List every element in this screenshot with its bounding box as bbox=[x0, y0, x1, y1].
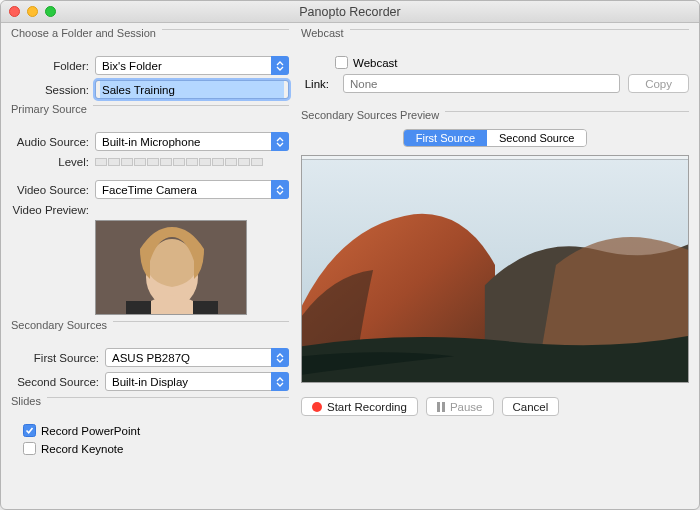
folder-session-legend: Choose a Folder and Session bbox=[11, 27, 162, 39]
second-source-select[interactable] bbox=[105, 372, 289, 391]
session-label: Session: bbox=[11, 84, 95, 96]
primary-source-group: Primary Source Audio Source: Level: bbox=[11, 105, 289, 315]
primary-source-legend: Primary Source bbox=[11, 103, 93, 115]
folder-session-group: Choose a Folder and Session Folder: Sess… bbox=[11, 29, 289, 99]
cancel-button[interactable]: Cancel bbox=[502, 397, 560, 416]
audio-source-label: Audio Source: bbox=[11, 136, 95, 148]
slides-legend: Slides bbox=[11, 395, 47, 407]
audio-level-meter bbox=[95, 158, 263, 166]
folder-select-value[interactable] bbox=[95, 56, 289, 75]
record-powerpoint-checkbox[interactable] bbox=[23, 424, 36, 437]
webcast-legend: Webcast bbox=[301, 27, 350, 39]
svg-rect-3 bbox=[302, 156, 688, 159]
secondary-preview-legend: Secondary Sources Preview bbox=[301, 109, 445, 121]
first-source-value[interactable] bbox=[105, 348, 289, 367]
start-recording-button[interactable]: Start Recording bbox=[301, 397, 418, 416]
secondary-preview-group: Secondary Sources Preview First Source S… bbox=[301, 111, 689, 383]
close-icon[interactable] bbox=[9, 6, 20, 17]
record-keynote-label: Record Keynote bbox=[41, 443, 123, 455]
video-source-value[interactable] bbox=[95, 180, 289, 199]
first-source-label: First Source: bbox=[11, 352, 105, 364]
app-window: Panopto Recorder Choose a Folder and Ses… bbox=[0, 0, 700, 510]
video-preview-label: Video Preview: bbox=[11, 204, 95, 216]
video-preview bbox=[95, 220, 247, 315]
first-source-select[interactable] bbox=[105, 348, 289, 367]
window-title: Panopto Recorder bbox=[1, 5, 699, 19]
titlebar: Panopto Recorder bbox=[1, 1, 699, 23]
pause-button[interactable]: Pause bbox=[426, 397, 494, 416]
chevron-updown-icon bbox=[271, 56, 289, 75]
session-input[interactable] bbox=[95, 80, 289, 99]
record-keynote-checkbox[interactable] bbox=[23, 442, 36, 455]
folder-label: Folder: bbox=[11, 60, 95, 72]
minimize-icon[interactable] bbox=[27, 6, 38, 17]
webcast-checkbox-label: Webcast bbox=[353, 57, 398, 69]
start-recording-label: Start Recording bbox=[327, 401, 407, 413]
secondary-preview-image bbox=[301, 155, 689, 383]
webcast-checkbox[interactable] bbox=[335, 56, 348, 69]
link-input[interactable] bbox=[343, 74, 620, 93]
button-bar: Start Recording Pause Cancel bbox=[301, 397, 689, 416]
tab-second-source[interactable]: Second Source bbox=[487, 130, 586, 146]
traffic-lights bbox=[9, 6, 56, 17]
webcast-group: Webcast Webcast Link: Copy bbox=[301, 29, 689, 93]
secondary-sources-legend: Secondary Sources bbox=[11, 319, 113, 331]
second-source-value[interactable] bbox=[105, 372, 289, 391]
pause-icon bbox=[437, 402, 445, 412]
preview-tabs: First Source Second Source bbox=[403, 129, 588, 147]
level-label: Level: bbox=[11, 156, 95, 168]
tab-first-source[interactable]: First Source bbox=[404, 130, 487, 146]
chevron-updown-icon bbox=[271, 132, 289, 151]
video-source-label: Video Source: bbox=[11, 184, 95, 196]
link-label: Link: bbox=[301, 78, 335, 90]
folder-select[interactable] bbox=[95, 56, 289, 75]
chevron-updown-icon bbox=[271, 348, 289, 367]
slides-group: Slides Record PowerPoint Record Keynote bbox=[11, 397, 289, 455]
secondary-sources-group: Secondary Sources First Source: Second S… bbox=[11, 321, 289, 391]
audio-source-value[interactable] bbox=[95, 132, 289, 151]
maximize-icon[interactable] bbox=[45, 6, 56, 17]
record-icon bbox=[312, 402, 322, 412]
record-powerpoint-label: Record PowerPoint bbox=[41, 425, 140, 437]
copy-button[interactable]: Copy bbox=[628, 74, 689, 93]
video-source-select[interactable] bbox=[95, 180, 289, 199]
pause-label: Pause bbox=[450, 401, 483, 413]
chevron-updown-icon bbox=[271, 372, 289, 391]
chevron-updown-icon bbox=[271, 180, 289, 199]
audio-source-select[interactable] bbox=[95, 132, 289, 151]
second-source-label: Second Source: bbox=[11, 376, 105, 388]
